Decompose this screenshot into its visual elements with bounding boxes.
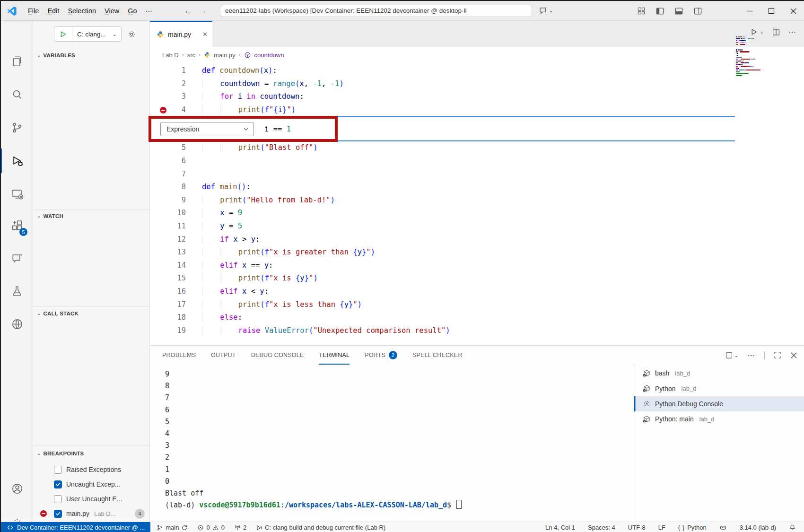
ports-indicator[interactable]: 2	[231, 524, 250, 531]
debug-config[interactable]: C: clang build and debug current file (L…	[253, 524, 389, 531]
editor-gutter[interactable]: 9	[150, 194, 202, 207]
editor-gutter[interactable]: 5	[150, 141, 202, 155]
terminal-list-item[interactable]: Pythonlab_d	[634, 381, 804, 396]
breakpoint-slot[interactable]	[150, 78, 167, 91]
maximize-panel-icon[interactable]	[774, 351, 781, 359]
code-area[interactable]: 1def countdown(x):2 countdown = range(x,…	[150, 64, 804, 337]
breakpoint-slot[interactable]	[150, 272, 167, 285]
editor-gutter[interactable]: 1	[150, 64, 202, 78]
watch-section-header[interactable]: ⌄WATCH	[33, 210, 149, 222]
accounts-icon[interactable]	[1, 476, 33, 501]
more-actions-icon[interactable]: ⋯	[788, 27, 796, 36]
breakpoint-icon[interactable]	[150, 104, 167, 117]
code-line[interactable]: 15 print(f"x is {y}")	[150, 272, 804, 285]
chat-icon[interactable]	[1, 246, 33, 270]
branch-indicator[interactable]: main	[153, 524, 191, 531]
breakpoint-slot[interactable]	[150, 246, 167, 259]
breakpoint-slot[interactable]	[150, 141, 167, 155]
panel-tab-debug-console[interactable]: DEBUG CONSOLE	[251, 346, 304, 365]
breakpoint-checkbox[interactable]	[54, 466, 62, 474]
code-line[interactable]: 14 elif x == y:	[150, 259, 804, 272]
toggle-sidebar-right-icon[interactable]	[693, 7, 702, 16]
breakpoint-item[interactable]: User Uncaught E...	[33, 492, 149, 506]
panel-tab-terminal[interactable]: TERMINAL	[319, 346, 350, 365]
run-python-file-button[interactable]: ⌄	[750, 28, 764, 36]
breakpoint-slot[interactable]	[150, 207, 167, 220]
toggle-sidebar-left-icon[interactable]	[655, 7, 664, 16]
back-button[interactable]: ←	[184, 6, 192, 16]
terminal-output[interactable]: 9876543210Blast off(lab-d) vscode@5917b9…	[165, 368, 462, 511]
menu-go[interactable]: Go	[123, 5, 141, 17]
split-terminal-button[interactable]: ⌄	[725, 351, 738, 359]
code-line[interactable]: 13 print(f"x is greater than {y}")	[150, 246, 804, 259]
breakpoints-section-header[interactable]: ⌄BREAKPOINTS	[33, 447, 149, 460]
breakpoint-item[interactable]: Uncaught Excep...	[33, 477, 149, 491]
menu-selection[interactable]: Selection	[63, 5, 100, 17]
toggle-panel-icon[interactable]	[674, 7, 683, 16]
code-line[interactable]: 17 print(f"x is less than {y}")	[150, 298, 804, 312]
breakpoint-slot[interactable]	[150, 259, 167, 272]
editor-gutter[interactable]: 13	[150, 246, 202, 259]
breakpoint-checkbox[interactable]	[54, 495, 62, 503]
terminal-list-item[interactable]: bashlab_d	[634, 366, 804, 381]
breakpoint-slot[interactable]	[150, 220, 167, 233]
breakpoint-slot[interactable]	[150, 233, 167, 246]
breadcrumb-countdown[interactable]: countdown	[254, 52, 284, 59]
breakpoint-checkbox[interactable]	[54, 480, 62, 488]
code-line[interactable]: 3 for i in countdown:	[150, 90, 804, 104]
close-panel-icon[interactable]	[790, 352, 797, 359]
command-center[interactable]: eeen11202-labs (Workspace) [Dev Containe…	[220, 5, 532, 17]
editor-gutter[interactable]: 16	[150, 285, 202, 298]
cursor-position[interactable]: Ln 4, Col 1	[542, 524, 578, 531]
editor-gutter[interactable]: 11	[150, 220, 202, 233]
tab-main-py[interactable]: main.py ✕	[150, 21, 212, 47]
breakpoint-slot[interactable]	[150, 90, 167, 104]
terminal-list-item[interactable]: Python Debug Console	[634, 396, 804, 411]
editor-gutter[interactable]: 4	[150, 104, 202, 117]
forward-button[interactable]: →	[199, 6, 207, 16]
breakpoint-slot[interactable]	[150, 311, 167, 324]
breakpoint-type-dropdown[interactable]: Expression	[160, 122, 254, 136]
breakpoint-slot[interactable]	[150, 181, 167, 194]
editor-gutter[interactable]: 8	[150, 181, 202, 194]
code-line[interactable]: 7	[150, 168, 804, 181]
editor-gutter[interactable]: 17	[150, 298, 202, 312]
menu-more[interactable]: ···	[141, 5, 157, 17]
github-icon[interactable]	[1, 312, 33, 336]
code-line[interactable]: 19 raise ValueError("Unexpected comparis…	[150, 324, 804, 338]
extensions-icon[interactable]: 5	[1, 213, 33, 238]
panel-tab-problems[interactable]: PROBLEMS	[162, 346, 196, 365]
code-line[interactable]: 5 print("Blast off")	[150, 141, 804, 155]
code-line[interactable]: 18 else:	[150, 311, 804, 324]
breakpoint-item[interactable]: Raised Exceptions	[33, 462, 149, 477]
run-debug-icon[interactable]	[1, 148, 33, 173]
code-line[interactable]: 9 print("Hello from lab-d!")	[150, 194, 804, 207]
close-window-button[interactable]	[782, 1, 804, 21]
remote-explorer-icon[interactable]	[1, 182, 33, 206]
customize-layout-icon[interactable]	[637, 7, 646, 15]
split-editor-icon[interactable]	[772, 28, 780, 36]
minimize-button[interactable]	[739, 1, 760, 21]
variables-section-header[interactable]: ⌄VARIABLES	[33, 49, 149, 61]
breakpoint-slot[interactable]	[150, 155, 167, 168]
editor-gutter[interactable]: 2	[150, 78, 202, 91]
breakpoint-item[interactable]: main.pyLab D...4	[33, 506, 149, 521]
launch-configuration-dropdown[interactable]: C: clang... ⌄	[72, 31, 121, 38]
remote-indicator[interactable]: Dev Container: EEEN11202 devcontainer @ …	[1, 522, 150, 532]
editor-gutter[interactable]: 12	[150, 233, 202, 246]
code-line[interactable]: 4 print(f"{i}")	[150, 104, 804, 117]
code-line[interactable]: 10 x = 9	[150, 207, 804, 220]
close-tab-icon[interactable]: ✕	[202, 31, 208, 38]
editor-gutter[interactable]: 7	[150, 168, 202, 181]
editor-gutter[interactable]: 3	[150, 90, 202, 104]
code-line[interactable]: 12 if x > y:	[150, 233, 804, 246]
copilot-status[interactable]	[716, 524, 730, 532]
code-line[interactable]: 6	[150, 155, 804, 168]
panel-tab-spell-checker[interactable]: SPELL CHECKER	[412, 346, 463, 365]
editor-gutter[interactable]: 10	[150, 207, 202, 220]
menu-edit[interactable]: Edit	[43, 5, 63, 17]
problems-indicator[interactable]: 00	[194, 524, 227, 531]
call-stack-section-header[interactable]: ⌄CALL STACK	[33, 307, 149, 320]
breakpoint-slot[interactable]	[150, 285, 167, 298]
editor-gutter[interactable]: 15	[150, 272, 202, 285]
